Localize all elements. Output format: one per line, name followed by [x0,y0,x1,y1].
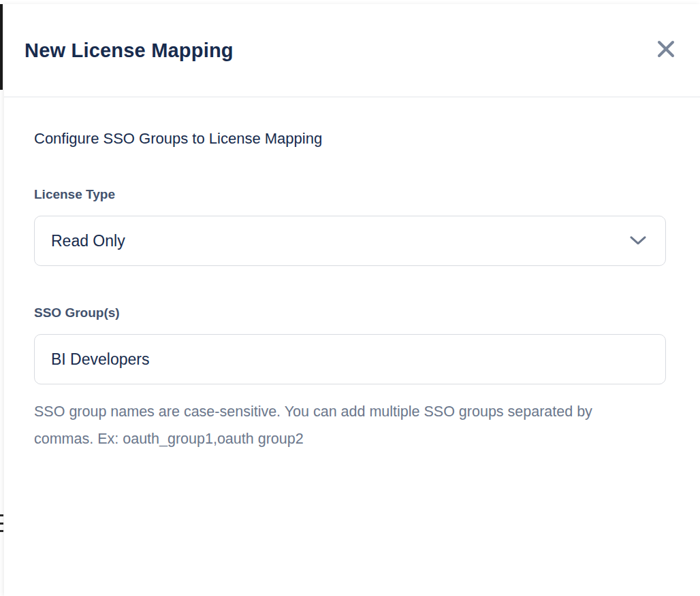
modal-header: New License Mapping [4,4,700,97]
sso-groups-input[interactable] [34,334,666,384]
sso-groups-label: SSO Group(s) [34,305,670,320]
sso-groups-helper-text: SSO group names are case-sensitive. You … [34,398,613,452]
background-edge-strip [0,4,3,90]
x-icon [657,40,675,58]
modal-body: Configure SSO Groups to License Mapping … [4,130,700,452]
screen-background: New License Mapping Configure SSO Groups… [0,0,700,596]
close-button[interactable] [655,38,677,60]
new-license-mapping-modal: New License Mapping Configure SSO Groups… [4,4,700,596]
page-title: New License Mapping [25,39,234,62]
chevron-down-icon [630,236,646,248]
license-type-selected-value: Read Only [35,232,125,250]
background-list-icon [0,514,3,532]
modal-description: Configure SSO Groups to License Mapping [34,130,670,148]
license-type-label: License Type [34,187,670,202]
license-type-select[interactable]: Read Only [34,216,666,266]
